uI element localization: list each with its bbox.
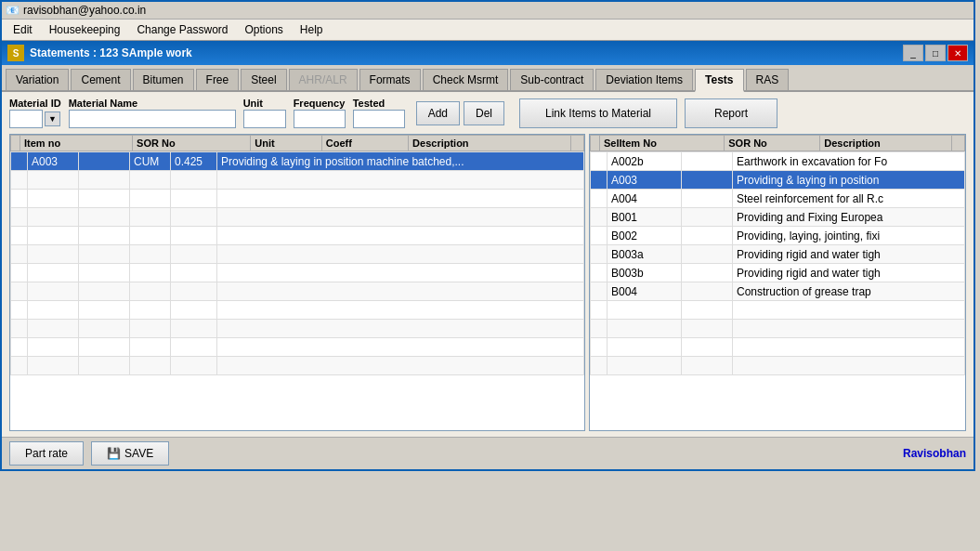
unit-label: Unit <box>243 98 286 109</box>
right-table-row[interactable]: B001 Providing and Fixing Europea <box>591 208 965 227</box>
left-row-item-no <box>28 301 79 320</box>
right-row-arrow <box>591 357 608 375</box>
tab-steel[interactable]: Steel <box>241 69 286 90</box>
left-col-item-no: Item no <box>20 136 133 151</box>
right-table-row[interactable] <box>591 357 965 375</box>
right-table-row[interactable]: A004 Steel reinforcement for all R.c <box>591 190 965 208</box>
left-table-row[interactable] <box>11 208 584 227</box>
right-row-sel-item-no: A003 <box>608 171 682 190</box>
left-row-coeff <box>171 227 217 245</box>
right-table-row[interactable] <box>591 320 965 338</box>
tested-input[interactable] <box>353 110 405 128</box>
tab-free[interactable]: Free <box>196 69 240 90</box>
left-table-row[interactable] <box>11 190 584 208</box>
right-row-arrow <box>591 320 608 338</box>
right-row-description <box>733 320 965 338</box>
right-table-row[interactable] <box>591 338 965 357</box>
left-row-unit <box>130 320 171 338</box>
left-row-description <box>217 245 584 264</box>
tab-sub-contract[interactable]: Sub-contract <box>510 69 594 90</box>
frequency-label: Frequency <box>294 98 346 109</box>
save-button[interactable]: 💾 SAVE <box>91 441 169 466</box>
right-row-sel-item-no: B002 <box>608 227 682 245</box>
tab-bar: Variation Cement Bitumen Free Steel AHR/… <box>2 65 973 92</box>
right-row-arrow <box>591 338 608 357</box>
left-table-row[interactable] <box>11 357 584 375</box>
report-button[interactable]: Report <box>685 98 777 128</box>
right-row-arrow <box>591 245 608 264</box>
left-row-item-no: A003 <box>28 152 79 171</box>
left-row-arrow <box>11 208 28 227</box>
tab-ras[interactable]: RAS <box>746 69 790 90</box>
left-row-description: Providing & laying in position machine b… <box>217 152 584 171</box>
right-table-row[interactable]: A002b Earthwork in excavation for Fo <box>591 152 965 171</box>
left-row-sor-no <box>79 208 130 227</box>
right-row-arrow <box>591 152 608 171</box>
unit-input[interactable]: Cum <box>243 110 286 128</box>
email-address: ravisobhan@yahoo.co.in <box>23 4 146 17</box>
material-id-dropdown-icon[interactable]: ▼ <box>45 112 60 126</box>
close-button[interactable]: ✕ <box>947 45 968 61</box>
menu-help[interactable]: Help <box>293 21 331 38</box>
right-table-row[interactable]: B003a Providing rigid and water tigh <box>591 245 965 264</box>
tab-deviation-items[interactable]: Deviation Items <box>595 69 693 90</box>
left-table-row[interactable] <box>11 282 584 301</box>
tab-formats[interactable]: Formats <box>359 69 421 90</box>
link-items-button[interactable]: Link Items to Material <box>519 98 677 128</box>
menu-edit[interactable]: Edit <box>6 21 40 38</box>
material-name-label: Material Name <box>69 98 236 109</box>
left-table-row[interactable] <box>11 320 584 338</box>
menu-housekeeping[interactable]: Housekeeping <box>42 21 128 38</box>
right-row-sor-no <box>682 301 733 320</box>
menu-options[interactable]: Options <box>237 21 290 38</box>
left-table: Item no SOR No Unit Coeff Description <box>10 135 584 151</box>
left-col-coeff: Coeff <box>321 136 408 151</box>
left-table-row[interactable] <box>11 245 584 264</box>
right-row-sor-no <box>682 338 733 357</box>
menu-bar: Edit Housekeeping Change Password Option… <box>2 20 973 41</box>
user-label: Ravisobhan <box>903 447 966 460</box>
right-row-arrow <box>591 264 608 282</box>
right-row-description: Steel reinforcement for all R.c <box>733 190 965 208</box>
tab-bitumen[interactable]: Bitumen <box>133 69 194 90</box>
right-table-row[interactable]: ▶ A003 Providing & laying in position <box>591 171 965 190</box>
menu-change-password[interactable]: Change Password <box>129 21 235 38</box>
right-row-sel-item-no <box>608 338 682 357</box>
right-col-arrow <box>591 136 600 151</box>
add-button[interactable]: Add <box>416 101 460 125</box>
left-col-scroll <box>571 136 584 151</box>
left-row-coeff <box>171 264 217 282</box>
del-button[interactable]: Del <box>464 101 504 125</box>
tab-cement[interactable]: Cement <box>71 69 130 90</box>
part-rate-button[interactable]: Part rate <box>9 441 84 466</box>
left-row-arrow <box>11 301 28 320</box>
right-table-row[interactable]: B004 Construction of grease trap <box>591 282 965 301</box>
tab-tests[interactable]: Tests <box>695 69 743 92</box>
maximize-button[interactable]: □ <box>925 45 946 61</box>
material-name-input[interactable]: Fine Sand - Silt Content <box>69 110 236 128</box>
left-row-item-no <box>28 190 79 208</box>
left-table-row[interactable] <box>11 301 584 320</box>
left-row-description <box>217 208 584 227</box>
right-table-row[interactable]: B002 Providing, laying, jointing, fixi <box>591 227 965 245</box>
left-table-row[interactable]: ▶ A003 CUM 0.425 Providing & laying in p… <box>11 152 584 171</box>
right-row-sel-item-no: A004 <box>608 190 682 208</box>
tab-variation[interactable]: Variation <box>6 69 69 90</box>
left-row-sor-no <box>79 320 130 338</box>
right-table-row[interactable] <box>591 301 965 320</box>
left-row-arrow: ▶ <box>11 152 28 171</box>
left-table-row[interactable] <box>11 264 584 282</box>
left-table-row[interactable] <box>11 171 584 190</box>
minimize-button[interactable]: _ <box>903 45 923 61</box>
left-table-row[interactable] <box>11 227 584 245</box>
tab-check-msrmt[interactable]: Check Msrmt <box>423 69 509 90</box>
tested-group: Tested <box>353 98 405 128</box>
right-row-sel-item-no: A002b <box>608 152 682 171</box>
tab-ahr-alr: AHR/ALR <box>289 69 358 90</box>
email-icon: 📧 <box>6 4 20 17</box>
material-id-input[interactable]: 01B <box>9 110 43 128</box>
left-table-row[interactable] <box>11 338 584 357</box>
frequency-input[interactable]: 20.00 <box>294 110 346 128</box>
left-row-unit <box>130 190 171 208</box>
right-table-row[interactable]: B003b Providing rigid and water tigh <box>591 264 965 282</box>
